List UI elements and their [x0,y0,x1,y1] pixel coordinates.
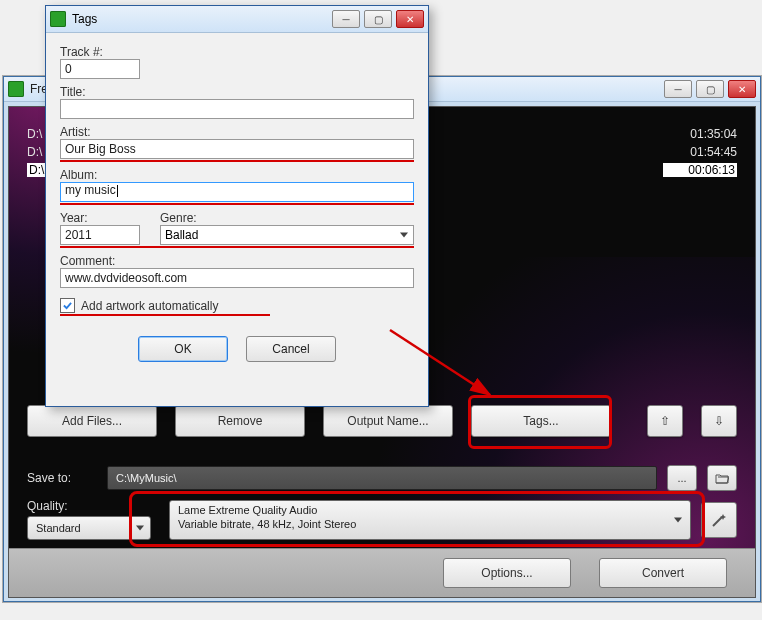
bottom-bar: Options... Convert [9,548,755,597]
annotation-underline [60,160,414,162]
quality-profile-select[interactable]: Lame Extreme Quality Audio Variable bitr… [169,500,691,540]
comment-label: Comment: [60,254,414,268]
artist-label: Artist: [60,125,414,139]
check-icon [63,301,72,310]
dialog-maximize-button[interactable]: ▢ [364,10,392,28]
app-icon [50,11,66,27]
options-button[interactable]: Options... [443,558,571,588]
output-name-button[interactable]: Output Name... [323,405,453,437]
album-label: Album: [60,168,414,182]
cancel-button[interactable]: Cancel [246,336,336,362]
save-to-label: Save to: [27,471,97,485]
tags-button[interactable]: Tags... [471,405,611,437]
move-down-button[interactable]: ⇩ [701,405,737,437]
arrow-up-icon: ⇧ [660,414,670,428]
annotation-underline [60,314,270,316]
dialog-close-button[interactable]: ✕ [396,10,424,28]
chevron-down-icon [136,526,144,531]
album-input[interactable]: my music [60,182,414,202]
dialog-minimize-button[interactable]: ─ [332,10,360,28]
magic-wand-icon [711,512,727,528]
arrow-down-icon: ⇩ [714,414,724,428]
title-label: Title: [60,85,414,99]
open-folder-icon [715,472,729,484]
comment-input[interactable] [60,268,414,288]
track-input[interactable] [60,59,140,79]
wizard-button[interactable] [701,502,737,538]
artwork-checkbox[interactable] [60,298,75,313]
year-label: Year: [60,211,140,225]
convert-button[interactable]: Convert [599,558,727,588]
browse-button[interactable]: ... [667,465,697,491]
file-duration: 01:35:04 [667,127,737,141]
file-duration: 00:06:13 [663,163,737,177]
ok-button[interactable]: OK [138,336,228,362]
file-duration: 01:54:45 [667,145,737,159]
title-input[interactable] [60,99,414,119]
genre-label: Genre: [160,211,414,225]
app-icon [8,81,24,97]
main-close-button[interactable]: ✕ [728,80,756,98]
move-up-button[interactable]: ⇧ [647,405,683,437]
open-folder-button[interactable] [707,465,737,491]
quality-preset-select[interactable]: Standard [27,516,151,540]
genre-select[interactable]: Ballad [160,225,414,245]
chevron-down-icon [400,233,408,238]
year-input[interactable] [60,225,140,245]
chevron-down-icon [674,517,682,522]
dialog-titlebar[interactable]: Tags ─ ▢ ✕ [46,6,428,33]
tags-dialog: Tags ─ ▢ ✕ Track #: Title: Artist: Album… [45,5,429,407]
artwork-label: Add artwork automatically [81,299,218,313]
annotation-underline [60,246,414,248]
artist-input[interactable] [60,139,414,159]
add-files-button[interactable]: Add Files... [27,405,157,437]
save-to-field[interactable]: C:\MyMusic\ [107,466,657,490]
remove-button[interactable]: Remove [175,405,305,437]
main-minimize-button[interactable]: ─ [664,80,692,98]
dialog-title: Tags [72,12,97,26]
track-label: Track #: [60,45,414,59]
quality-label: Quality: [27,499,97,513]
main-maximize-button[interactable]: ▢ [696,80,724,98]
